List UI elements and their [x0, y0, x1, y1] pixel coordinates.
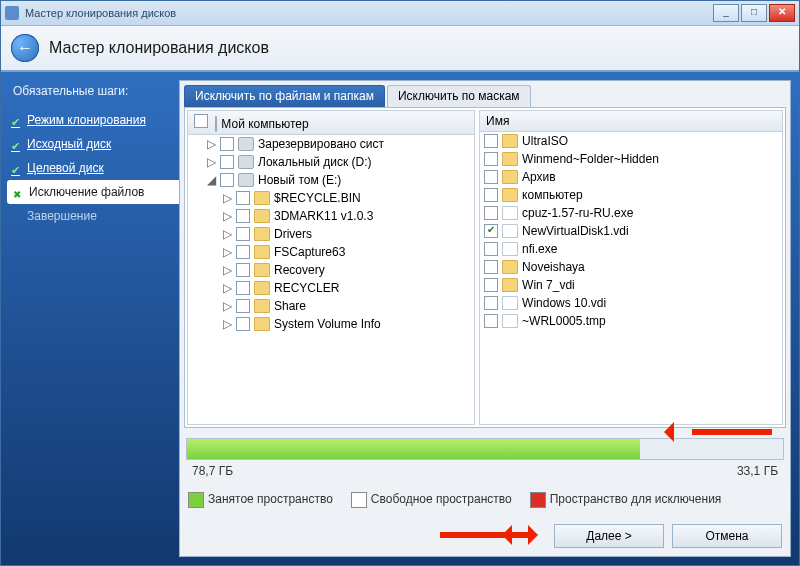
tree-checkbox[interactable]: [220, 155, 234, 169]
expander-icon[interactable]: ▷: [222, 317, 232, 331]
folder-icon: [254, 209, 270, 223]
list-checkbox[interactable]: [484, 134, 498, 148]
list-checkbox[interactable]: [484, 152, 498, 166]
list-row[interactable]: ~WRL0005.tmp: [480, 312, 782, 330]
step-label: Режим клонирования: [27, 113, 146, 127]
list-checkbox[interactable]: [484, 224, 498, 238]
tree-checkbox[interactable]: [220, 173, 234, 187]
tree-root-checkbox[interactable]: [194, 114, 208, 128]
app-window: Мастер клонирования дисков _ □ ✕ ← Масте…: [0, 0, 800, 566]
list-item-label: Архив: [522, 170, 556, 184]
expander-icon[interactable]: ◢: [206, 173, 216, 187]
tree-row[interactable]: ▷3DMARK11 v1.0.3: [188, 207, 474, 225]
tree-row[interactable]: ▷Локальный диск (D:): [188, 153, 474, 171]
sidebar-step-2[interactable]: Целевой диск: [1, 156, 179, 180]
file-icon: [502, 242, 518, 256]
folder-icon: [502, 188, 518, 202]
list-row[interactable]: Winmend~Folder~Hidden: [480, 150, 782, 168]
tab-files-folders[interactable]: Исключить по файлам и папкам: [184, 85, 385, 107]
used-size: 78,7 ГБ: [192, 464, 233, 478]
tree-row[interactable]: ▷$RECYCLE.BIN: [188, 189, 474, 207]
list-row[interactable]: nfi.exe: [480, 240, 782, 258]
list-checkbox[interactable]: [484, 206, 498, 220]
step-bullet-icon: [11, 139, 21, 149]
back-button[interactable]: ←: [11, 34, 39, 62]
tree-header: Мой компьютер: [188, 111, 474, 135]
step-label: Исходный диск: [27, 137, 111, 151]
expander-icon[interactable]: ▷: [222, 299, 232, 313]
expander-icon[interactable]: ▷: [222, 191, 232, 205]
tree-checkbox[interactable]: [236, 209, 250, 223]
tree-checkbox[interactable]: [236, 245, 250, 259]
list-checkbox[interactable]: [484, 260, 498, 274]
file-icon: [502, 296, 518, 310]
titlebar[interactable]: Мастер клонирования дисков _ □ ✕: [1, 1, 799, 26]
tab-masks[interactable]: Исключить по маскам: [387, 85, 531, 107]
step-label: Завершение: [27, 209, 97, 223]
tree-item-label: Зарезервировано сист: [258, 137, 384, 151]
tree-checkbox[interactable]: [236, 317, 250, 331]
maximize-button[interactable]: □: [741, 4, 767, 22]
wizard-body: Обязательные шаги: Режим клонированияИсх…: [1, 72, 799, 565]
expander-icon[interactable]: ▷: [206, 137, 216, 151]
list-checkbox[interactable]: [484, 278, 498, 292]
tree-checkbox[interactable]: [236, 263, 250, 277]
step-bullet-icon: [11, 163, 21, 173]
list-checkbox[interactable]: [484, 242, 498, 256]
tree-row[interactable]: ▷Share: [188, 297, 474, 315]
list-row[interactable]: Noveishaya: [480, 258, 782, 276]
step-label: Исключение файлов: [29, 185, 144, 199]
list-checkbox[interactable]: [484, 314, 498, 328]
minimize-button[interactable]: _: [713, 4, 739, 22]
expander-icon[interactable]: ▷: [222, 227, 232, 241]
list-checkbox[interactable]: [484, 188, 498, 202]
next-button[interactable]: Далее >: [554, 524, 664, 548]
tree-item-label: Локальный диск (D:): [258, 155, 372, 169]
tree-row[interactable]: ▷FSCapture63: [188, 243, 474, 261]
expander-icon[interactable]: ▷: [222, 209, 232, 223]
tree-row[interactable]: ▷Drivers: [188, 225, 474, 243]
folder-icon: [502, 152, 518, 166]
tree-row[interactable]: ◢Новый том (E:): [188, 171, 474, 189]
list-row[interactable]: компьютер: [480, 186, 782, 204]
list-row[interactable]: Win 7_vdi: [480, 276, 782, 294]
list-row[interactable]: Windows 10.vdi: [480, 294, 782, 312]
sidebar-step-1[interactable]: Исходный диск: [1, 132, 179, 156]
wizard-header: ← Мастер клонирования дисков: [1, 26, 799, 72]
tree-row[interactable]: ▷System Volume Info: [188, 315, 474, 333]
tree-header-label: Мой компьютер: [221, 117, 308, 131]
list-item-label: Winmend~Folder~Hidden: [522, 152, 659, 166]
legend: Занятое пространство Свободное пространс…: [184, 484, 786, 516]
list-checkbox[interactable]: [484, 296, 498, 310]
list-row[interactable]: cpuz-1.57-ru-RU.exe: [480, 204, 782, 222]
page-title: Мастер клонирования дисков: [49, 39, 269, 57]
disk-usage: 78,7 ГБ 33,1 ГБ: [184, 436, 786, 484]
tree-checkbox[interactable]: [220, 137, 234, 151]
tree-checkbox[interactable]: [236, 299, 250, 313]
tree-row[interactable]: ▷RECYCLER: [188, 279, 474, 297]
folder-tree[interactable]: Мой компьютер ▷Зарезервировано сист▷Лока…: [187, 110, 475, 425]
cancel-button[interactable]: Отмена: [672, 524, 782, 548]
expander-icon[interactable]: ▷: [222, 245, 232, 259]
tree-row[interactable]: ▷Recovery: [188, 261, 474, 279]
list-row[interactable]: UltraISO: [480, 132, 782, 150]
sidebar-step-0[interactable]: Режим клонирования: [1, 108, 179, 132]
main-panel: Исключить по файлам и папкам Исключить п…: [179, 80, 791, 557]
expander-icon[interactable]: ▷: [222, 281, 232, 295]
sidebar-step-4[interactable]: Завершение: [1, 204, 179, 228]
list-item-label: ~WRL0005.tmp: [522, 314, 606, 328]
close-button[interactable]: ✕: [769, 4, 795, 22]
list-row[interactable]: NewVirtualDisk1.vdi: [480, 222, 782, 240]
list-header[interactable]: Имя: [480, 111, 782, 132]
expander-icon[interactable]: ▷: [206, 155, 216, 169]
file-list[interactable]: Имя UltraISOWinmend~Folder~HiddenАрхивко…: [479, 110, 783, 425]
list-row[interactable]: Архив: [480, 168, 782, 186]
legend-used-label: Занятое пространство: [208, 492, 333, 506]
tree-checkbox[interactable]: [236, 281, 250, 295]
list-checkbox[interactable]: [484, 170, 498, 184]
tree-checkbox[interactable]: [236, 191, 250, 205]
tree-item-label: 3DMARK11 v1.0.3: [274, 209, 373, 223]
expander-icon[interactable]: ▷: [222, 263, 232, 277]
tree-row[interactable]: ▷Зарезервировано сист: [188, 135, 474, 153]
tree-checkbox[interactable]: [236, 227, 250, 241]
